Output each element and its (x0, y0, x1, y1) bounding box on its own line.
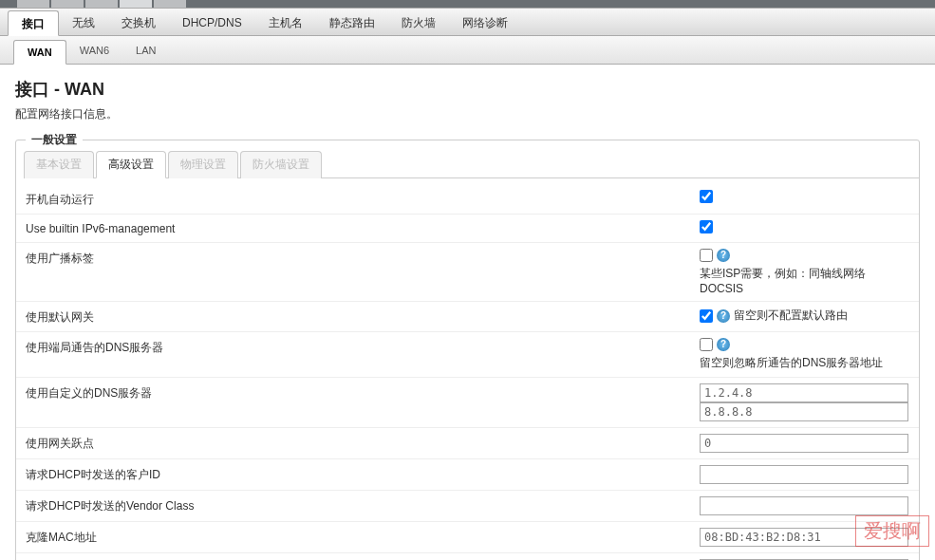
nav-item-switch[interactable]: 交换机 (108, 9, 169, 35)
row-clientid: 请求DHCP时发送的客户ID (16, 459, 919, 491)
row-mac: 克隆MAC地址 (16, 522, 919, 553)
content-area: 接口 - WAN 配置网络接口信息。 一般设置 基本设置 高级设置 物理设置 防… (0, 65, 935, 560)
main-navbar: 接口 无线 交换机 DHCP/DNS 主机名 静态路由 防火墙 网络诊断 (0, 8, 935, 36)
label-peerdns: 使用端局通告的DNS服务器 (26, 338, 700, 356)
nav-item-dhcp-dns[interactable]: DHCP/DNS (169, 9, 255, 35)
checkbox-peerdns[interactable] (700, 338, 713, 351)
row-vendorclass: 请求DHCP时发送的Vendor Class (16, 491, 919, 522)
sub-item-wan6[interactable]: WAN6 (66, 36, 122, 64)
row-metric: 使用网关跃点 (16, 428, 919, 459)
sub-item-lan[interactable]: LAN (122, 36, 169, 64)
checkbox-ipv6[interactable] (700, 220, 713, 233)
label-autostart: 开机自动运行 (26, 190, 700, 208)
tab-firewall[interactable]: 防火墙设置 (240, 151, 322, 178)
page-title: 接口 - WAN (15, 78, 920, 101)
input-mac[interactable] (700, 528, 908, 547)
sub-item-wan[interactable]: WAN (13, 40, 66, 65)
nav-item-wireless[interactable]: 无线 (59, 9, 108, 35)
obscured-top-tabs (0, 0, 935, 8)
row-broadcast: 使用广播标签 ? 某些ISP需要，例如：同轴线网络DOCSIS (16, 243, 919, 302)
label-clientid: 请求DHCP时发送的客户ID (26, 465, 700, 483)
help-peerdns: 留空则忽略所通告的DNS服务器地址 (700, 355, 883, 371)
fieldset-legend: 一般设置 (26, 132, 83, 148)
label-vendorclass: 请求DHCP时发送的Vendor Class (26, 496, 700, 514)
label-defgw: 使用默认网关 (26, 308, 700, 326)
checkbox-defgw[interactable] (700, 309, 713, 323)
interface-subbar: WAN WAN6 LAN (0, 36, 935, 65)
row-mtu: 设置MTU (16, 553, 919, 560)
nav-item-interface[interactable]: 接口 (8, 10, 59, 36)
row-customdns: 使用自定义的DNS服务器 (16, 378, 919, 428)
tab-basic[interactable]: 基本设置 (24, 151, 94, 178)
checkbox-broadcast[interactable] (700, 249, 713, 262)
nav-item-static-route[interactable]: 静态路由 (316, 9, 388, 35)
label-metric: 使用网关跃点 (26, 434, 700, 452)
input-customdns-0[interactable] (700, 383, 908, 402)
input-customdns-1[interactable] (700, 402, 908, 421)
input-vendorclass[interactable] (700, 496, 908, 515)
settings-tabs: 基本设置 高级设置 物理设置 防火墙设置 (24, 150, 919, 178)
help-icon[interactable]: ? (717, 249, 730, 262)
nav-item-diagnostics[interactable]: 网络诊断 (449, 9, 521, 35)
general-settings-fieldset: 一般设置 基本设置 高级设置 物理设置 防火墙设置 开机自动运行 Use bui… (15, 140, 920, 560)
label-broadcast: 使用广播标签 (26, 249, 700, 267)
help-broadcast: 某些ISP需要，例如：同轴线网络DOCSIS (700, 266, 909, 295)
help-icon[interactable]: ? (717, 338, 730, 351)
row-peerdns: 使用端局通告的DNS服务器 ? 留空则忽略所通告的DNS服务器地址 (16, 332, 919, 378)
help-icon[interactable]: ? (717, 309, 730, 323)
nav-item-firewall[interactable]: 防火墙 (388, 9, 449, 35)
label-customdns: 使用自定义的DNS服务器 (26, 383, 700, 401)
input-metric[interactable] (700, 434, 908, 453)
help-defgw: 留空则不配置默认路由 (734, 308, 848, 324)
page-desc: 配置网络接口信息。 (15, 106, 920, 122)
row-ipv6: Use builtin IPv6-management (16, 215, 919, 243)
nav-item-hostname[interactable]: 主机名 (255, 9, 316, 35)
tab-advanced[interactable]: 高级设置 (96, 151, 166, 178)
input-clientid[interactable] (700, 465, 908, 484)
label-mac: 克隆MAC地址 (26, 528, 700, 546)
row-defgw: 使用默认网关 ? 留空则不配置默认路由 (16, 302, 919, 332)
label-ipv6: Use builtin IPv6-management (26, 220, 700, 235)
tab-physical[interactable]: 物理设置 (168, 151, 238, 178)
row-autostart: 开机自动运行 (16, 184, 919, 215)
checkbox-autostart[interactable] (700, 190, 713, 203)
